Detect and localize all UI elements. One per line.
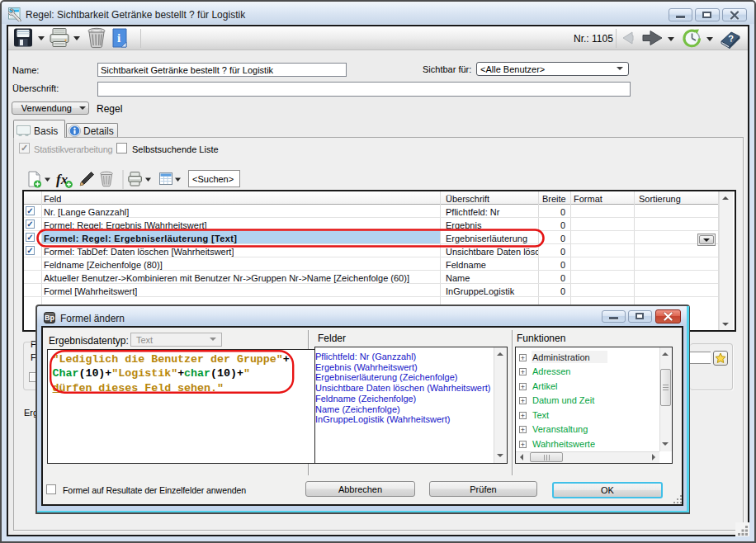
svg-text:i: i bbox=[117, 31, 120, 45]
svg-text:?: ? bbox=[728, 33, 735, 44]
